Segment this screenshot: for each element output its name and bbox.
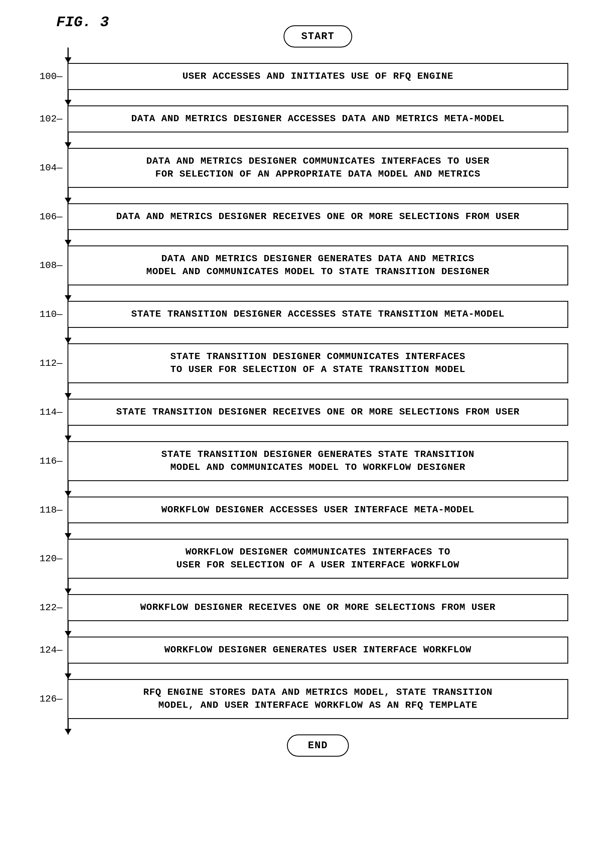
step-row-110: 110—STATE TRANSITION DESIGNER ACCESSES S… bbox=[34, 301, 568, 328]
step-box-100: USER ACCESSES AND INITIATES USE OF RFQ E… bbox=[68, 63, 568, 90]
step-label-108: 108— bbox=[34, 260, 68, 271]
step-label-104: 104— bbox=[34, 163, 68, 173]
step-label-124: 124— bbox=[34, 645, 68, 655]
arrow bbox=[68, 664, 69, 679]
step-label-110: 110— bbox=[34, 309, 68, 320]
arrow-wrapper bbox=[34, 328, 568, 344]
arrow-wrapper bbox=[34, 426, 568, 441]
arrow-wrapper bbox=[34, 383, 568, 399]
step-label-126: 126— bbox=[34, 694, 68, 704]
step-label-112: 112— bbox=[34, 358, 68, 369]
step-box-124: WORKFLOW DESIGNER GENERATES USER INTERFA… bbox=[68, 636, 568, 664]
step-row-104: 104—DATA AND METRICS DESIGNER COMMUNICAT… bbox=[34, 148, 568, 188]
arrow-wrapper bbox=[34, 90, 568, 106]
step-row-114: 114—STATE TRANSITION DESIGNER RECEIVES O… bbox=[34, 399, 568, 426]
arrow-wrapper bbox=[34, 481, 568, 497]
step-box-106: DATA AND METRICS DESIGNER RECEIVES ONE O… bbox=[68, 203, 568, 230]
arrow bbox=[68, 426, 69, 441]
step-label-114: 114— bbox=[34, 407, 68, 417]
arrow-wrapper bbox=[34, 579, 568, 594]
arrow bbox=[68, 90, 69, 106]
step-box-112: STATE TRANSITION DESIGNER COMMUNICATES I… bbox=[68, 344, 568, 383]
flowchart: START 100—USER ACCESSES AND INITIATES US… bbox=[17, 20, 585, 757]
arrow bbox=[68, 621, 69, 636]
step-box-120: WORKFLOW DESIGNER COMMUNICATES INTERFACE… bbox=[68, 539, 568, 579]
steps-container: 100—USER ACCESSES AND INITIATES USE OF R… bbox=[34, 63, 568, 735]
step-row-116: 116—STATE TRANSITION DESIGNER GENERATES … bbox=[34, 441, 568, 481]
step-box-126: RFQ ENGINE STORES DATA AND METRICS MODEL… bbox=[68, 679, 568, 719]
step-box-102: DATA AND METRICS DESIGNER ACCESSES DATA … bbox=[68, 106, 568, 132]
arrow-wrapper bbox=[34, 523, 568, 539]
arrow bbox=[68, 579, 69, 594]
step-row-122: 122—WORKFLOW DESIGNER RECEIVES ONE OR MO… bbox=[34, 594, 568, 621]
arrow bbox=[68, 188, 69, 203]
arrow bbox=[68, 523, 69, 539]
step-box-110: STATE TRANSITION DESIGNER ACCESSES STATE… bbox=[68, 301, 568, 328]
arrow bbox=[68, 481, 69, 497]
arrow-wrapper bbox=[34, 664, 568, 679]
arrow-wrapper bbox=[34, 188, 568, 203]
step-label-100: 100— bbox=[34, 71, 68, 82]
step-row-102: 102—DATA AND METRICS DESIGNER ACCESSES D… bbox=[34, 106, 568, 132]
arrow-wrapper bbox=[34, 230, 568, 245]
arrow bbox=[68, 132, 69, 148]
final-arrow bbox=[68, 719, 69, 735]
step-row-106: 106—DATA AND METRICS DESIGNER RECEIVES O… bbox=[34, 203, 568, 230]
step-box-122: WORKFLOW DESIGNER RECEIVES ONE OR MORE S… bbox=[68, 594, 568, 621]
step-box-118: WORKFLOW DESIGNER ACCESSES USER INTERFAC… bbox=[68, 497, 568, 524]
arrow bbox=[68, 230, 69, 245]
arrow bbox=[68, 383, 69, 399]
end-terminal: END bbox=[287, 735, 349, 757]
step-row-108: 108—DATA AND METRICS DESIGNER GENERATES … bbox=[34, 245, 568, 285]
arrow bbox=[68, 48, 69, 63]
step-box-104: DATA AND METRICS DESIGNER COMMUNICATES I… bbox=[68, 148, 568, 188]
step-row-112: 112—STATE TRANSITION DESIGNER COMMUNICAT… bbox=[34, 344, 568, 383]
step-label-122: 122— bbox=[34, 602, 68, 613]
step-row-120: 120—WORKFLOW DESIGNER COMMUNICATES INTER… bbox=[34, 539, 568, 579]
step-row-126: 126—RFQ ENGINE STORES DATA AND METRICS M… bbox=[34, 679, 568, 719]
step-row-124: 124—WORKFLOW DESIGNER GENERATES USER INT… bbox=[34, 636, 568, 664]
arrow-wrapper bbox=[34, 132, 568, 148]
step-box-114: STATE TRANSITION DESIGNER RECEIVES ONE O… bbox=[68, 399, 568, 426]
arrow-wrapper bbox=[34, 621, 568, 636]
step-row-100: 100—USER ACCESSES AND INITIATES USE OF R… bbox=[34, 63, 568, 90]
step-label-102: 102— bbox=[34, 113, 68, 124]
step-box-108: DATA AND METRICS DESIGNER GENERATES DATA… bbox=[68, 245, 568, 285]
arrow bbox=[68, 328, 69, 344]
step-label-116: 116— bbox=[34, 456, 68, 466]
start-terminal: START bbox=[284, 25, 352, 48]
step-row-118: 118—WORKFLOW DESIGNER ACCESSES USER INTE… bbox=[34, 497, 568, 524]
step-label-106: 106— bbox=[34, 212, 68, 222]
step-box-116: STATE TRANSITION DESIGNER GENERATES STAT… bbox=[68, 441, 568, 481]
step-label-120: 120— bbox=[34, 554, 68, 564]
step-label-118: 118— bbox=[34, 505, 68, 515]
final-arrow-wrapper bbox=[34, 719, 568, 735]
arrow-wrapper bbox=[34, 285, 568, 301]
page-title: FIG. 3 bbox=[56, 14, 109, 31]
arrow bbox=[68, 285, 69, 301]
